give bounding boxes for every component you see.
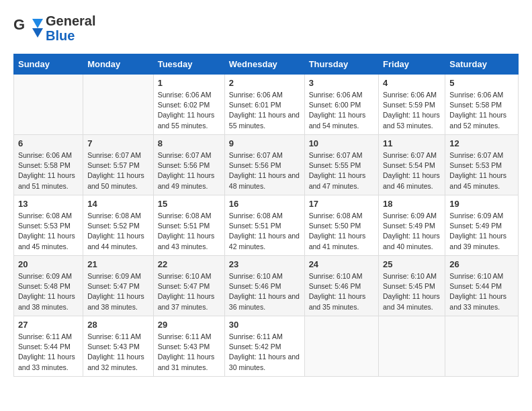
day-number: 7	[87, 138, 149, 148]
logo-icon: G	[13, 16, 43, 40]
day-number: 23	[229, 259, 300, 269]
weekday-header: Tuesday	[153, 54, 224, 75]
day-detail: Sunrise: 6:08 AM Sunset: 5:53 PM Dayligh…	[18, 211, 79, 252]
day-number: 9	[229, 138, 300, 148]
day-number: 24	[309, 259, 374, 269]
day-detail: Sunrise: 6:10 AM Sunset: 5:47 PM Dayligh…	[158, 271, 220, 312]
calendar-cell: 4Sunrise: 6:06 AM Sunset: 5:59 PM Daylig…	[379, 75, 445, 135]
calendar-cell: 22Sunrise: 6:10 AM Sunset: 5:47 PM Dayli…	[153, 256, 224, 316]
weekday-header: Thursday	[304, 54, 378, 75]
calendar-cell: 14Sunrise: 6:08 AM Sunset: 5:52 PM Dayli…	[83, 195, 154, 256]
calendar-cell: 1Sunrise: 6:06 AM Sunset: 6:02 PM Daylig…	[153, 75, 224, 135]
weekday-header: Sunday	[14, 54, 83, 75]
calendar-cell	[304, 316, 378, 377]
day-number: 26	[449, 259, 514, 269]
day-detail: Sunrise: 6:10 AM Sunset: 5:46 PM Dayligh…	[229, 271, 300, 312]
calendar-cell: 2Sunrise: 6:06 AM Sunset: 6:01 PM Daylig…	[224, 75, 304, 135]
calendar-cell: 20Sunrise: 6:09 AM Sunset: 5:48 PM Dayli…	[14, 256, 83, 316]
day-number: 27	[18, 320, 79, 330]
day-number: 8	[158, 138, 220, 148]
calendar-week-row: 27Sunrise: 6:11 AM Sunset: 5:44 PM Dayli…	[14, 316, 519, 377]
calendar-cell: 3Sunrise: 6:06 AM Sunset: 6:00 PM Daylig…	[304, 75, 378, 135]
day-number: 28	[87, 320, 149, 330]
calendar-week-row: 20Sunrise: 6:09 AM Sunset: 5:48 PM Dayli…	[14, 256, 519, 316]
day-number: 2	[229, 78, 300, 88]
calendar-cell: 10Sunrise: 6:07 AM Sunset: 5:55 PM Dayli…	[304, 135, 378, 195]
day-detail: Sunrise: 6:08 AM Sunset: 5:51 PM Dayligh…	[229, 211, 300, 252]
day-number: 14	[87, 199, 149, 209]
calendar-cell: 17Sunrise: 6:08 AM Sunset: 5:50 PM Dayli…	[304, 195, 378, 256]
day-number: 21	[87, 259, 149, 269]
calendar-cell: 29Sunrise: 6:11 AM Sunset: 5:43 PM Dayli…	[153, 316, 224, 377]
weekday-header: Saturday	[445, 54, 519, 75]
day-detail: Sunrise: 6:06 AM Sunset: 5:59 PM Dayligh…	[383, 90, 441, 131]
svg-marker-2	[32, 28, 43, 38]
day-number: 20	[18, 259, 79, 269]
calendar-cell: 16Sunrise: 6:08 AM Sunset: 5:51 PM Dayli…	[224, 195, 304, 256]
day-number: 12	[449, 138, 514, 148]
calendar-cell: 27Sunrise: 6:11 AM Sunset: 5:44 PM Dayli…	[14, 316, 83, 377]
day-detail: Sunrise: 6:09 AM Sunset: 5:49 PM Dayligh…	[383, 211, 441, 252]
calendar-cell: 12Sunrise: 6:07 AM Sunset: 5:53 PM Dayli…	[445, 135, 519, 195]
day-number: 17	[309, 199, 374, 209]
day-detail: Sunrise: 6:07 AM Sunset: 5:57 PM Dayligh…	[87, 150, 149, 191]
day-detail: Sunrise: 6:08 AM Sunset: 5:52 PM Dayligh…	[87, 211, 149, 252]
weekday-header: Friday	[379, 54, 445, 75]
day-number: 4	[383, 78, 441, 88]
logo: G General Blue	[13, 13, 95, 43]
day-number: 6	[18, 138, 79, 148]
calendar-cell: 19Sunrise: 6:09 AM Sunset: 5:49 PM Dayli…	[445, 195, 519, 256]
day-detail: Sunrise: 6:11 AM Sunset: 5:43 PM Dayligh…	[87, 332, 149, 373]
logo-text-line1: General	[46, 13, 95, 28]
calendar-cell: 30Sunrise: 6:11 AM Sunset: 5:42 PM Dayli…	[224, 316, 304, 377]
day-number: 13	[18, 199, 79, 209]
calendar-header-row: SundayMondayTuesdayWednesdayThursdayFrid…	[14, 54, 519, 75]
calendar-cell: 28Sunrise: 6:11 AM Sunset: 5:43 PM Dayli…	[83, 316, 154, 377]
day-number: 19	[449, 199, 514, 209]
day-number: 22	[158, 259, 220, 269]
day-detail: Sunrise: 6:08 AM Sunset: 5:51 PM Dayligh…	[158, 211, 220, 252]
day-detail: Sunrise: 6:09 AM Sunset: 5:49 PM Dayligh…	[449, 211, 514, 252]
day-detail: Sunrise: 6:06 AM Sunset: 5:58 PM Dayligh…	[18, 150, 79, 191]
day-detail: Sunrise: 6:07 AM Sunset: 5:56 PM Dayligh…	[229, 150, 300, 191]
day-detail: Sunrise: 6:06 AM Sunset: 6:02 PM Dayligh…	[158, 90, 220, 131]
day-number: 3	[309, 78, 374, 88]
weekday-header: Wednesday	[224, 54, 304, 75]
calendar-week-row: 6Sunrise: 6:06 AM Sunset: 5:58 PM Daylig…	[14, 135, 519, 195]
day-number: 30	[229, 320, 300, 330]
day-number: 1	[158, 78, 220, 88]
calendar-week-row: 13Sunrise: 6:08 AM Sunset: 5:53 PM Dayli…	[14, 195, 519, 256]
day-number: 15	[158, 199, 220, 209]
day-detail: Sunrise: 6:08 AM Sunset: 5:50 PM Dayligh…	[309, 211, 374, 252]
weekday-header: Monday	[83, 54, 154, 75]
calendar-cell: 18Sunrise: 6:09 AM Sunset: 5:49 PM Dayli…	[379, 195, 445, 256]
calendar-cell: 5Sunrise: 6:06 AM Sunset: 5:58 PM Daylig…	[445, 75, 519, 135]
day-detail: Sunrise: 6:06 AM Sunset: 5:58 PM Dayligh…	[449, 90, 514, 131]
day-detail: Sunrise: 6:07 AM Sunset: 5:56 PM Dayligh…	[158, 150, 220, 191]
svg-text:G: G	[13, 16, 25, 33]
day-number: 25	[383, 259, 441, 269]
calendar-cell: 21Sunrise: 6:09 AM Sunset: 5:47 PM Dayli…	[83, 256, 154, 316]
day-detail: Sunrise: 6:10 AM Sunset: 5:45 PM Dayligh…	[383, 271, 441, 312]
day-detail: Sunrise: 6:11 AM Sunset: 5:43 PM Dayligh…	[158, 332, 220, 373]
day-detail: Sunrise: 6:11 AM Sunset: 5:44 PM Dayligh…	[18, 332, 79, 373]
calendar-cell	[83, 75, 154, 135]
day-detail: Sunrise: 6:06 AM Sunset: 6:00 PM Dayligh…	[309, 90, 374, 131]
page-header: G General Blue	[13, 13, 519, 43]
svg-marker-1	[32, 19, 43, 28]
day-detail: Sunrise: 6:09 AM Sunset: 5:47 PM Dayligh…	[87, 271, 149, 312]
calendar-cell: 6Sunrise: 6:06 AM Sunset: 5:58 PM Daylig…	[14, 135, 83, 195]
calendar-week-row: 1Sunrise: 6:06 AM Sunset: 6:02 PM Daylig…	[14, 75, 519, 135]
day-detail: Sunrise: 6:07 AM Sunset: 5:54 PM Dayligh…	[383, 150, 441, 191]
day-detail: Sunrise: 6:06 AM Sunset: 6:01 PM Dayligh…	[229, 90, 300, 131]
calendar-cell: 8Sunrise: 6:07 AM Sunset: 5:56 PM Daylig…	[153, 135, 224, 195]
day-number: 18	[383, 199, 441, 209]
day-number: 16	[229, 199, 300, 209]
day-number: 29	[158, 320, 220, 330]
day-number: 11	[383, 138, 441, 148]
calendar-cell: 15Sunrise: 6:08 AM Sunset: 5:51 PM Dayli…	[153, 195, 224, 256]
calendar-cell: 23Sunrise: 6:10 AM Sunset: 5:46 PM Dayli…	[224, 256, 304, 316]
calendar-cell: 9Sunrise: 6:07 AM Sunset: 5:56 PM Daylig…	[224, 135, 304, 195]
calendar-cell	[14, 75, 83, 135]
calendar-cell: 13Sunrise: 6:08 AM Sunset: 5:53 PM Dayli…	[14, 195, 83, 256]
